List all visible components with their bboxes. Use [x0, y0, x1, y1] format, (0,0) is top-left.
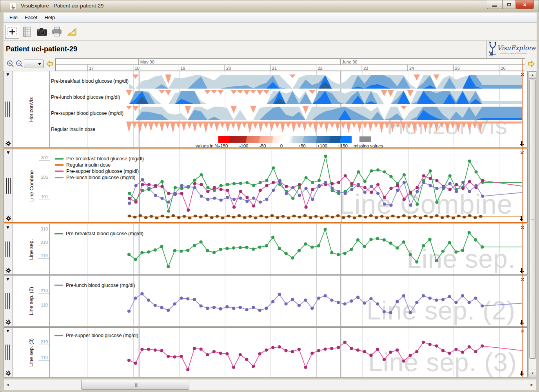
scroll-right-button[interactable]: ▶ — [528, 381, 535, 388]
panel-line-combine[interactable]: ▼ Line Combine Line Combine Pre-breakfas… — [4, 149, 528, 223]
panel-drag-handle[interactable] — [6, 178, 11, 194]
scroll-down-button[interactable]: ▼ — [529, 370, 536, 377]
java-app-icon — [10, 3, 17, 10]
menu-facet[interactable]: Facet — [21, 13, 41, 22]
panel-settings-gear-icon[interactable] — [6, 216, 11, 221]
collapse-panel-icon[interactable]: ▼ — [5, 72, 10, 77]
collapse-panel-icon[interactable]: ▼ — [6, 150, 11, 155]
row-label-pre-lunch: Pre-lunch blood glucose (mg/dl) — [51, 94, 120, 100]
legend-swatch-pre-breakfast — [54, 233, 63, 234]
scroll-left-button[interactable]: ◀ — [4, 381, 11, 388]
panel-settings-gear-icon[interactable] — [5, 319, 11, 325]
legend-tick: +50 — [298, 143, 306, 148]
panel-settings-gear-icon[interactable] — [5, 141, 11, 146]
legend-swatch-insulin — [55, 164, 64, 166]
window-title: VisuExplore - Patient uci-patient-29 — [21, 3, 103, 9]
panel-title: HorizonVis — [13, 71, 50, 147]
thumb-grip — [135, 383, 139, 387]
horizontal-scroll-thumb[interactable] — [81, 380, 189, 390]
svg-text:18: 18 — [135, 66, 140, 71]
panel-drag-handle[interactable] — [5, 345, 11, 360]
menubar: File Facet Help — [4, 13, 537, 23]
svg-text:20: 20 — [226, 66, 231, 71]
time-range-value: -- — [27, 61, 30, 67]
close-panel-icon[interactable]: × — [521, 71, 524, 78]
collapse-panel-icon[interactable]: ▼ — [5, 225, 10, 230]
panel-horizonvis[interactable]: ▼ HorizonVis HorizonVis Pre-breakfast bl… — [4, 71, 528, 148]
maximize-button[interactable] — [503, 0, 516, 9]
missing-values-swatch — [359, 136, 371, 142]
panel-drag-handle[interactable] — [5, 241, 11, 257]
panel-line-sep-3[interactable]: ▼ Line sep. (3) Line sep. (3) Pre-supper… — [4, 327, 528, 377]
legend-tick: +100 — [317, 143, 327, 148]
pan-right-icon[interactable] — [527, 60, 535, 67]
legend-tick: -150 — [219, 143, 228, 148]
add-view-button[interactable] — [5, 25, 19, 39]
svg-text:23: 23 — [363, 66, 368, 71]
collapse-panel-icon[interactable]: ▼ — [5, 328, 10, 334]
panel-settings-gear-icon[interactable] — [5, 268, 11, 273]
time-axis[interactable]: May 90June 9017181920212223242526 — [55, 58, 525, 71]
panel-title: Line sep. — [13, 224, 50, 274]
panel-control-strip: ▼ — [4, 328, 13, 377]
legend-swatch-pre-supper — [54, 335, 63, 336]
panel-line-sep[interactable]: ▼ Line sep. Line sep. Pre-breakfast bloo… — [4, 224, 528, 275]
legend-tick: +150 — [338, 143, 348, 148]
scroll-up-button[interactable]: ▲ — [529, 71, 536, 79]
svg-text:19: 19 — [180, 66, 185, 71]
close-panel-icon[interactable]: × — [521, 224, 524, 231]
svg-text:May 90: May 90 — [140, 60, 154, 64]
panel-line-sep-2[interactable]: ▼ Line sep. (2) Line sep. (2) Pre-lunch … — [4, 276, 528, 327]
horizontal-scrollbar[interactable]: ◀ ▶ — [4, 379, 537, 390]
app-window: VisuExplore - Patient uci-patient-29 × F… — [0, 0, 539, 392]
zoom-out-icon[interactable] — [16, 60, 24, 68]
svg-text:26: 26 — [501, 66, 505, 71]
thumb-grip — [531, 219, 534, 222]
minimize-button[interactable] — [487, 0, 503, 9]
panel-title: Line sep. (3) — [13, 328, 50, 377]
legend-tick: -100 — [239, 143, 248, 148]
panel-drag-handle[interactable] — [5, 102, 11, 117]
legend-tick: -50 — [260, 143, 266, 148]
close-panel-icon[interactable]: × — [521, 276, 524, 283]
pan-left-icon[interactable] — [46, 60, 54, 67]
close-panel-icon[interactable]: × — [521, 328, 524, 334]
row-label-pre-supper: Pre-supper blood glucose (mg/dl) — [51, 111, 123, 116]
vertical-scrollbar[interactable]: ▲ ▼ — [528, 71, 537, 377]
menu-help[interactable]: Help — [41, 13, 58, 22]
svg-text:June 90: June 90 — [342, 60, 357, 64]
table-view-button[interactable] — [20, 25, 34, 39]
legend-swatch-pre-supper — [55, 171, 64, 172]
horizon-legend-title: values in % — [196, 143, 219, 148]
legend-item: Pre-lunch blood glucose (mg/dl) — [55, 175, 135, 180]
panel-control-strip: ▼ — [4, 149, 13, 222]
close-button[interactable]: × — [516, 0, 534, 9]
panel-drag-handle[interactable] — [5, 293, 11, 309]
svg-text:22: 22 — [318, 66, 323, 71]
legend-item: Pre-supper blood glucose (mg/dl) — [55, 169, 139, 174]
collapse-panel-icon[interactable]: ▼ — [5, 276, 10, 282]
time-range-select[interactable]: -- — [24, 60, 44, 68]
measure-ruler-button[interactable] — [65, 25, 79, 39]
legend-item: Pre-lunch blood glucose (mg/dl) — [54, 283, 135, 288]
row-label-insulin: Regular insulin dose — [51, 127, 95, 132]
visuexplore-logo: VisuExplore visualizing medical informat… — [486, 41, 534, 58]
legend-tick: 0 — [280, 143, 283, 148]
legend-item: Pre-supper blood glucose (mg/dl) — [54, 333, 138, 338]
print-button[interactable] — [50, 25, 64, 39]
snapshot-camera-button[interactable] — [35, 25, 49, 39]
panel-settings-gear-icon[interactable] — [5, 370, 11, 376]
chevron-down-icon — [38, 63, 41, 65]
time-cursor-line[interactable] — [522, 59, 523, 377]
menu-file[interactable]: File — [6, 13, 21, 22]
svg-text:21: 21 — [272, 66, 277, 71]
panel-title: Line Combine — [13, 149, 50, 222]
titlebar[interactable]: VisuExplore - Patient uci-patient-29 × — [0, 0, 539, 12]
svg-text:17: 17 — [89, 66, 94, 71]
panel-control-strip: ▼ — [4, 71, 13, 147]
legend-swatch-pre-lunch — [54, 285, 63, 286]
vertical-scroll-thumb[interactable] — [529, 80, 536, 359]
panel-control-strip: ▼ — [4, 276, 13, 326]
legend-swatch-pre-breakfast — [55, 158, 64, 160]
zoom-in-icon[interactable] — [7, 60, 15, 68]
